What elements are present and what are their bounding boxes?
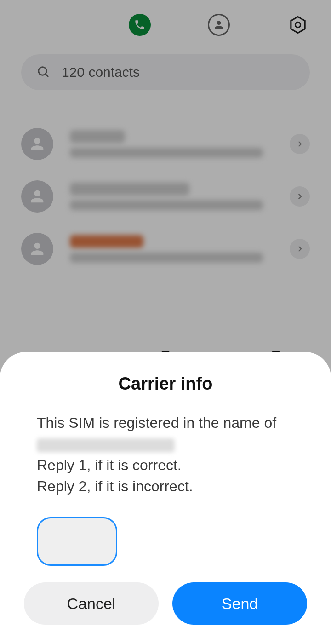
dialog-title: Carrier info [0,374,331,394]
dialog-buttons: Cancel Send [0,566,331,625]
dialog-line: Reply 1, if it is correct. [37,454,294,476]
carrier-info-dialog: Carrier info This SIM is registered in t… [0,352,331,644]
cancel-button[interactable]: Cancel [24,582,159,625]
send-button[interactable]: Send [172,582,307,625]
phone-app-screen: 120 contacts [0,0,331,644]
dialog-redacted-name [37,433,294,454]
dialog-body: This SIM is registered in the name of Re… [0,412,331,497]
dialog-line: This SIM is registered in the name of [37,412,294,433]
reply-input[interactable] [37,517,117,566]
dialog-line: Reply 2, if it is incorrect. [37,476,294,497]
